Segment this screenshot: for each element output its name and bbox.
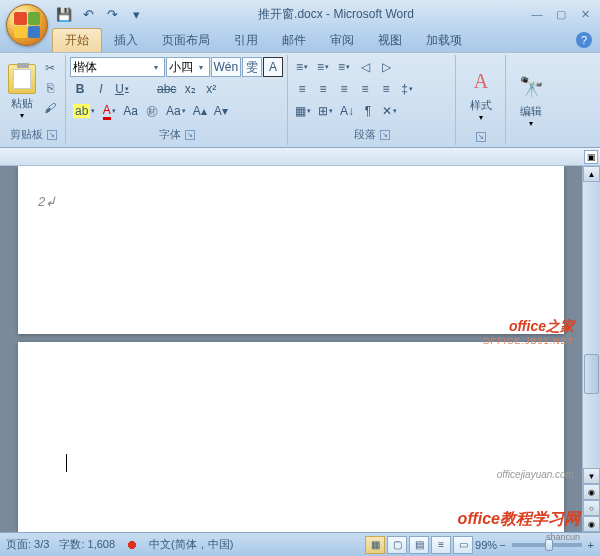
status-page[interactable]: 页面: 3/3 <box>6 537 49 552</box>
styles-dialog-launcher[interactable]: ↘ <box>476 132 486 142</box>
view-web-layout[interactable]: ▤ <box>409 536 429 554</box>
group-clipboard-label: 剪贴板 <box>10 127 43 142</box>
decrease-indent-button[interactable]: ◁ <box>355 57 375 77</box>
tab-review[interactable]: 审阅 <box>318 29 366 52</box>
clear-formatting-button[interactable]: Wén <box>211 57 241 77</box>
qat-customize[interactable]: ▾ <box>126 4 146 24</box>
distributed-button[interactable]: ≡ <box>376 79 396 99</box>
view-draft[interactable]: ▭ <box>453 536 473 554</box>
close-button[interactable]: ✕ <box>574 6 596 22</box>
multilevel-list-button[interactable]: ≡▾ <box>334 57 354 77</box>
paragraph-dialog-launcher[interactable]: ↘ <box>380 130 390 140</box>
watermark-tutorial: office教程学习网 <box>458 509 580 530</box>
font-dialog-launcher[interactable]: ↘ <box>185 130 195 140</box>
paste-label: 粘贴 <box>11 96 33 111</box>
asian-layout-button[interactable]: ✕▾ <box>379 101 400 121</box>
zoom-slider[interactable] <box>512 543 582 547</box>
tab-view[interactable]: 视图 <box>366 29 414 52</box>
enclose-characters-button[interactable]: ㊖ <box>142 101 162 121</box>
change-styles-button[interactable]: A 样式 ▾ <box>460 57 502 131</box>
align-center-button[interactable]: ≡ <box>313 79 333 99</box>
underline-button[interactable]: U▾ <box>112 79 132 99</box>
next-page-button[interactable]: ◉ <box>583 516 600 532</box>
zoom-out-button[interactable]: − <box>499 539 505 551</box>
ribbon-tabs: 开始 插入 页面布局 引用 邮件 审阅 视图 加载项 ? <box>0 28 600 52</box>
font-size-value: 小四 <box>169 59 195 76</box>
highlight-button[interactable]: ab▾ <box>70 101 98 121</box>
group-font-label: 字体 <box>159 127 181 142</box>
font-color-button[interactable]: A▾ <box>99 101 119 121</box>
bullets-button[interactable]: ≡▾ <box>292 57 312 77</box>
tab-references[interactable]: 引用 <box>222 29 270 52</box>
increase-indent-button[interactable]: ▷ <box>376 57 396 77</box>
chevron-down-icon: ▾ <box>529 119 533 128</box>
maximize-button[interactable]: ▢ <box>550 6 572 22</box>
undo-button[interactable]: ↶ <box>78 4 98 24</box>
vertical-scrollbar: ▲ ▼ ◉ ○ ◉ <box>582 166 600 532</box>
view-full-screen[interactable]: ▢ <box>387 536 407 554</box>
character-shading-button[interactable]: Aa <box>120 101 141 121</box>
change-case-button[interactable]: Aa▾ <box>163 101 189 121</box>
tab-mailings[interactable]: 邮件 <box>270 29 318 52</box>
tab-addins[interactable]: 加载项 <box>414 29 474 52</box>
zoom-in-button[interactable]: + <box>588 539 594 551</box>
bold-button[interactable]: B <box>70 79 90 99</box>
page-2-bottom[interactable]: 2↲ <box>18 166 564 334</box>
font-size-combo[interactable]: 小四 ▾ <box>166 57 210 77</box>
tab-page-layout[interactable]: 页面布局 <box>150 29 222 52</box>
numbering-button[interactable]: ≡▾ <box>313 57 333 77</box>
shading-button[interactable]: ▦▾ <box>292 101 314 121</box>
ruler-toggle-button[interactable]: ▣ <box>584 150 598 164</box>
browse-object-button[interactable]: ○ <box>583 500 600 516</box>
scroll-track[interactable] <box>583 182 600 468</box>
superscript-button[interactable]: x² <box>201 79 221 99</box>
zoom-level[interactable]: 99% <box>475 539 497 551</box>
prev-page-button[interactable]: ◉ <box>583 484 600 500</box>
editing-label: 编辑 <box>520 104 542 119</box>
italic-button[interactable]: I <box>91 79 111 99</box>
office-button[interactable] <box>6 4 48 46</box>
redo-button[interactable]: ↷ <box>102 4 122 24</box>
scroll-up-button[interactable]: ▲ <box>583 166 600 182</box>
page-3-top[interactable] <box>18 342 564 532</box>
line-spacing-button[interactable]: ‡▾ <box>397 79 417 99</box>
character-border-button[interactable]: A <box>263 57 283 77</box>
borders-button[interactable]: ⊞▾ <box>315 101 336 121</box>
cut-button[interactable]: ✂ <box>40 59 60 77</box>
scroll-thumb[interactable] <box>584 354 599 394</box>
status-word-count[interactable]: 字数: 1,608 <box>59 537 115 552</box>
group-font: 楷体 ▾ 小四 ▾ Wén 雯 A B I U▾ abc x₂ x² <box>66 55 288 145</box>
subscript-button[interactable]: x₂ <box>180 79 200 99</box>
align-right-button[interactable]: ≡ <box>334 79 354 99</box>
copy-button[interactable]: ⎘ <box>40 79 60 97</box>
tab-home[interactable]: 开始 <box>52 28 102 52</box>
status-language[interactable]: 中文(简体，中国) <box>149 537 233 552</box>
paste-button[interactable]: 粘贴 ▾ <box>6 62 38 122</box>
group-styles: A 样式 ▾ ↘ <box>456 55 506 145</box>
find-button[interactable]: 🔭 编辑 ▾ <box>510 57 552 143</box>
sort-button[interactable]: A↓ <box>337 101 357 121</box>
strikethrough-button[interactable]: abc <box>154 79 179 99</box>
horizontal-ruler[interactable]: ▣ <box>0 148 600 166</box>
grow-font-button[interactable]: A▴ <box>190 101 210 121</box>
justify-button[interactable]: ≡ <box>355 79 375 99</box>
watermark-shancun: shancun <box>546 532 580 542</box>
align-left-button[interactable]: ≡ <box>292 79 312 99</box>
chevron-down-icon: ▾ <box>150 63 162 72</box>
view-outline[interactable]: ≡ <box>431 536 451 554</box>
phonetic-guide-button[interactable]: 雯 <box>242 57 262 77</box>
tab-insert[interactable]: 插入 <box>102 29 150 52</box>
help-button[interactable]: ? <box>576 32 592 48</box>
view-print-layout[interactable]: ▦ <box>365 536 385 554</box>
document-viewport[interactable]: 2↲ <box>0 166 582 532</box>
format-painter-button[interactable]: 🖌 <box>40 99 60 117</box>
watermark-jiayuan: officejiayuan.com <box>497 469 574 480</box>
scroll-down-button[interactable]: ▼ <box>583 468 600 484</box>
minimize-button[interactable]: — <box>526 6 548 22</box>
show-marks-button[interactable]: ¶ <box>358 101 378 121</box>
font-family-combo[interactable]: 楷体 ▾ <box>70 57 165 77</box>
language-flag-icon <box>125 538 139 552</box>
clipboard-dialog-launcher[interactable]: ↘ <box>47 130 57 140</box>
shrink-font-button[interactable]: A▾ <box>211 101 231 121</box>
save-button[interactable]: 💾 <box>54 4 74 24</box>
